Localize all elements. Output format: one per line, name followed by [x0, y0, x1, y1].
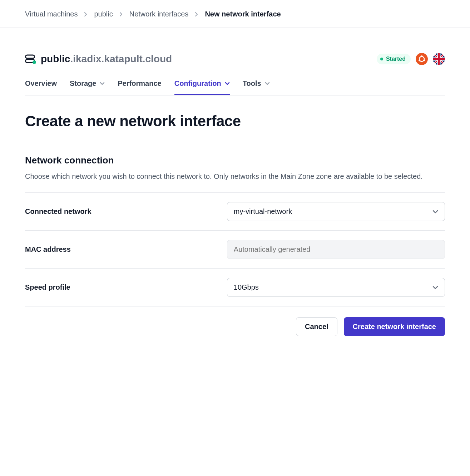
- hostname: public.ikadix.katapult.cloud: [41, 53, 172, 65]
- connected-network-select[interactable]: my-virtual-network: [227, 202, 445, 221]
- chevron-down-icon: [432, 285, 438, 290]
- form: Connected network my-virtual-network MAC…: [25, 192, 445, 306]
- uk-flag-icon: [433, 53, 445, 65]
- select-value: 10Gbps: [234, 283, 259, 291]
- tab-storage[interactable]: Storage: [70, 76, 105, 95]
- form-actions: Cancel Create network interface: [25, 306, 445, 336]
- mac-address-label: MAC address: [25, 245, 220, 254]
- svg-rect-0: [26, 55, 35, 58]
- status-badge: Started: [377, 54, 411, 64]
- tab-tools[interactable]: Tools: [243, 76, 270, 95]
- tab-configuration[interactable]: Configuration: [174, 76, 230, 95]
- chevron-right-icon: [84, 12, 88, 17]
- hostname-domain: .ikadix.katapult.cloud: [70, 53, 172, 64]
- svg-point-5: [419, 60, 420, 62]
- svg-point-4: [421, 55, 423, 57]
- chevron-down-icon: [432, 210, 438, 214]
- form-row-connected-network: Connected network my-virtual-network: [25, 193, 445, 231]
- svg-point-2: [33, 60, 36, 64]
- status-label: Started: [386, 56, 406, 62]
- breadcrumb-network-interfaces[interactable]: Network interfaces: [129, 10, 189, 18]
- create-network-interface-button[interactable]: Create network interface: [344, 317, 445, 336]
- speed-profile-label: Speed profile: [25, 283, 220, 291]
- chevron-right-icon: [119, 12, 123, 17]
- chevron-down-icon: [100, 82, 105, 85]
- form-row-mac-address: MAC address: [25, 231, 445, 269]
- chevron-down-icon: [225, 82, 230, 85]
- status-dot-icon: [380, 58, 383, 60]
- svg-point-6: [423, 60, 425, 62]
- tab-overview[interactable]: Overview: [25, 76, 57, 95]
- chevron-down-icon: [265, 82, 270, 85]
- tab-performance[interactable]: Performance: [118, 76, 161, 95]
- connected-network-label: Connected network: [25, 207, 220, 216]
- hostname-primary: public: [41, 53, 70, 64]
- breadcrumb-current: New network interface: [205, 10, 281, 18]
- speed-profile-select[interactable]: 10Gbps: [227, 278, 445, 297]
- select-value: my-virtual-network: [234, 207, 292, 216]
- section-description: Choose which network you wish to connect…: [25, 171, 445, 182]
- form-row-speed-profile: Speed profile 10Gbps: [25, 269, 445, 306]
- page-title: Create a new network interface: [25, 113, 445, 130]
- breadcrumb-public[interactable]: public: [94, 10, 113, 18]
- section-title: Network connection: [25, 155, 445, 166]
- mac-address-input[interactable]: [227, 240, 445, 259]
- page-header: public.ikadix.katapult.cloud Started: [25, 53, 445, 65]
- tab-label: Configuration: [174, 79, 221, 88]
- server-icon: [25, 54, 36, 64]
- tab-label: Overview: [25, 79, 57, 88]
- cancel-button[interactable]: Cancel: [296, 317, 337, 336]
- tab-label: Storage: [70, 79, 96, 88]
- tab-label: Tools: [243, 79, 261, 88]
- breadcrumb: Virtual machines public Network interfac…: [0, 0, 470, 28]
- tab-label: Performance: [118, 79, 161, 88]
- chevron-right-icon: [195, 12, 198, 17]
- tab-bar: Overview Storage Performance Configurati…: [25, 76, 445, 95]
- breadcrumb-virtual-machines[interactable]: Virtual machines: [25, 10, 78, 18]
- ubuntu-icon: [416, 53, 428, 65]
